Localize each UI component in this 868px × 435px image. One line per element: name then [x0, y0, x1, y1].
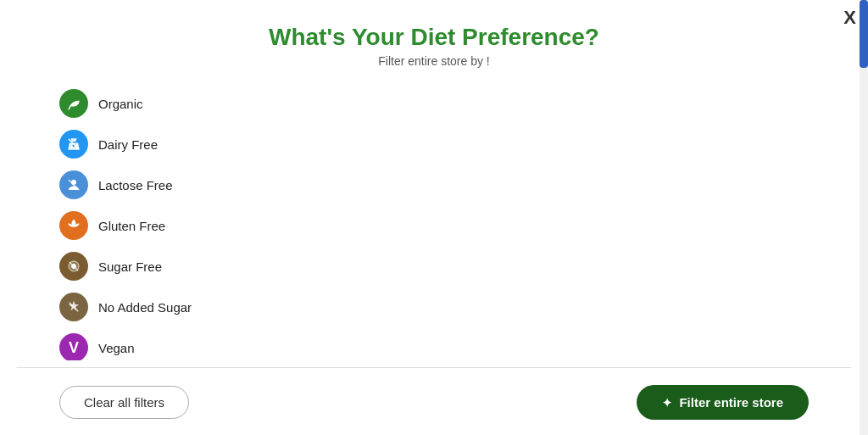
filter-item-dairy-free[interactable]: Dairy Free: [59, 124, 809, 165]
scrollbar-track: [860, 0, 868, 435]
filter-item-lactose-free[interactable]: Lactose Free: [59, 165, 809, 205]
clear-filters-button[interactable]: Clear all filters: [59, 386, 189, 419]
filter-icon-lactose-free: [59, 170, 88, 199]
filter-list: OrganicDairy FreeLactose FreeGluten Free…: [0, 75, 868, 360]
filter-store-label: Filter entire store: [679, 395, 783, 410]
filter-icon-no-added-sugar: [59, 293, 88, 321]
modal-header: What's Your Diet Preference? Filter enti…: [0, 0, 868, 75]
filter-item-sugar-free[interactable]: Sugar Free: [59, 246, 809, 287]
filter-icon-vegan: V: [59, 333, 88, 360]
filter-icon-gluten-free: [59, 211, 88, 240]
modal-title: What's Your Diet Preference?: [17, 24, 851, 51]
filter-item-vegan[interactable]: VVegan: [59, 327, 809, 360]
filter-item-gluten-free[interactable]: Gluten Free: [59, 205, 809, 246]
star-icon: ✦: [662, 396, 672, 410]
modal-container: X What's Your Diet Preference? Filter en…: [0, 0, 868, 435]
filter-label-dairy-free: Dairy Free: [98, 137, 158, 152]
filter-icon-dairy-free: [59, 130, 88, 159]
filter-label-vegan: Vegan: [98, 341, 135, 355]
filter-label-no-added-sugar: No Added Sugar: [98, 300, 192, 315]
filter-item-organic[interactable]: Organic: [59, 83, 809, 124]
filter-label-lactose-free: Lactose Free: [98, 178, 173, 192]
filter-label-sugar-free: Sugar Free: [98, 259, 162, 274]
scrollbar-thumb[interactable]: [860, 0, 868, 68]
modal-subtitle: Filter entire store by !: [17, 54, 851, 68]
filter-icon-organic: [59, 89, 88, 118]
filter-store-button[interactable]: ✦ Filter entire store: [637, 385, 809, 420]
close-button[interactable]: X: [843, 8, 856, 27]
filter-label-organic: Organic: [98, 97, 143, 111]
filter-icon-sugar-free: [59, 252, 88, 281]
footer: Clear all filters ✦ Filter entire store: [0, 375, 868, 435]
divider: [17, 367, 851, 368]
filter-label-gluten-free: Gluten Free: [98, 219, 165, 233]
filter-item-no-added-sugar[interactable]: No Added Sugar: [59, 287, 809, 327]
